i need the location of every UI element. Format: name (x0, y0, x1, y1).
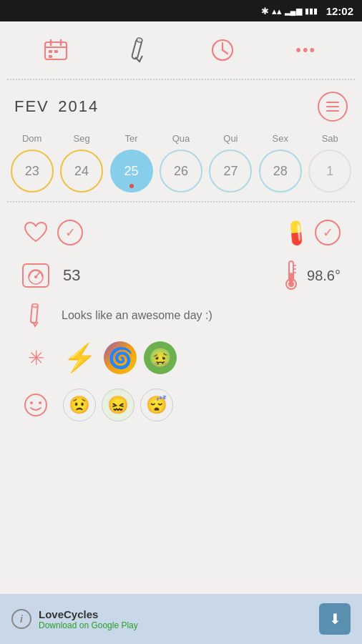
day-cell-28[interactable]: 28 (259, 150, 302, 192)
day-header-sex: Sex (259, 133, 302, 144)
menu-line-3 (326, 110, 339, 112)
scale-thermo-row: 53 98.6° (14, 254, 348, 297)
day-cell-25[interactable]: 25 (110, 150, 153, 192)
menu-line-1 (326, 102, 339, 103)
day-number: 24 (74, 164, 89, 179)
month-title: FEV 2014 (14, 97, 99, 116)
bluetooth-icon: ✱ (261, 6, 269, 16)
banner-store-text: Download on Google Play (39, 620, 138, 630)
wifi-icon: ▴▴ (272, 6, 282, 16)
status-time: 12:02 (326, 5, 353, 17)
svg-point-15 (34, 275, 37, 278)
banner-info-icon: i (11, 609, 31, 629)
download-button[interactable]: ⬇ (319, 603, 351, 635)
sick-face-icon[interactable]: 🤢 (144, 341, 177, 374)
day-number: 23 (25, 164, 39, 179)
note-row: Looks like an awesome day :) (14, 297, 348, 334)
banner-left: i LoveCycles Download on Google Play (11, 608, 138, 630)
top-nav: ••• (0, 21, 362, 79)
scale-content: 53 (57, 266, 283, 285)
day-header-seg: Seg (60, 133, 103, 144)
pill-icon: 💊 (280, 217, 312, 248)
menu-line-2 (326, 106, 339, 107)
heart-check-circle[interactable]: ✓ (57, 220, 83, 245)
day-cell-23[interactable]: 23 (11, 150, 54, 192)
heart-content: ✓ (57, 220, 285, 245)
calendar-row: 23 24 25 26 27 28 1 (0, 147, 362, 198)
scale-col (14, 261, 57, 290)
clock-nav-button[interactable] (205, 32, 240, 68)
svg-rect-5 (54, 50, 58, 53)
mood-face-sick[interactable]: 😖 (102, 389, 134, 421)
lightning-icon[interactable]: ⚡ (63, 344, 97, 371)
day-cell-24[interactable]: 24 (60, 150, 103, 192)
pencil-nav-button[interactable] (122, 32, 157, 68)
scale-icon (21, 261, 50, 290)
symptoms-row: ✳ ⚡ 🌀 🤢 (14, 334, 348, 381)
scale-value: 53 (63, 266, 80, 285)
snowflake-icon: ✳ (28, 346, 44, 370)
calendar-nav-button[interactable] (38, 32, 74, 68)
svg-rect-6 (49, 55, 52, 58)
bottom-banner: i LoveCycles Download on Google Play ⬇ (0, 594, 362, 644)
note-icon-col (14, 303, 57, 328)
day-cell-1[interactable]: 1 (308, 150, 351, 192)
svg-line-11 (222, 50, 228, 54)
note-pencil-icon (26, 303, 46, 328)
year-name: 2014 (58, 97, 99, 115)
mood-icons: 😟 😖 😴 (63, 389, 173, 421)
day-header-sab: Sab (308, 133, 351, 144)
download-icon: ⬇ (329, 610, 341, 628)
pill-check-right: 💊 ✓ (285, 220, 348, 245)
mood-col (14, 392, 57, 418)
signal-icon: ▂▄▆ (285, 6, 302, 16)
day-number: 25 (124, 164, 139, 179)
note-text: Looks like an awesome day :) (62, 309, 212, 322)
smiley-icon (23, 392, 49, 418)
pill-check-mark: ✓ (323, 225, 333, 240)
day-cell-27[interactable]: 27 (209, 150, 252, 192)
day-header-qui: Qui (209, 133, 252, 144)
heart-icon (23, 221, 49, 244)
svg-point-26 (30, 401, 33, 404)
battery-icon: ▮▮▮ (305, 6, 318, 16)
svg-rect-19 (290, 273, 293, 283)
content-section: ✓ 💊 ✓ 53 (0, 203, 362, 437)
more-icon: ••• (295, 41, 316, 59)
day-cell-26[interactable]: 26 (160, 150, 202, 192)
day-header-qua: Qua (160, 133, 202, 144)
day-dot (129, 184, 134, 188)
mood-face-worried[interactable]: 😟 (63, 389, 96, 421)
svg-point-8 (136, 37, 142, 43)
calendar-icon (43, 37, 69, 63)
banner-app-name: LoveCycles (39, 608, 138, 620)
month-header: FEV 2014 (0, 80, 362, 127)
mood-row: 😟 😖 😴 (14, 381, 348, 429)
symptoms-col: ✳ (14, 346, 57, 370)
status-icons: ✱ ▴▴ ▂▄▆ ▮▮▮ (261, 6, 318, 16)
heart-col (14, 221, 57, 244)
day-number: 1 (326, 164, 333, 179)
days-header: Dom Seg Ter Qua Qui Sex Sab (0, 127, 362, 147)
heart-check-mark: ✓ (65, 225, 76, 240)
spiral-icon[interactable]: 🌀 (104, 341, 137, 374)
symptom-icons: ⚡ 🌀 🤢 (63, 341, 177, 374)
svg-point-24 (32, 303, 38, 308)
note-content[interactable]: Looks like an awesome day :) (57, 309, 348, 322)
menu-button[interactable] (318, 92, 348, 122)
temperature-value: 98.6° (307, 268, 341, 284)
mood-face-sleepy[interactable]: 😴 (140, 389, 173, 421)
status-bar: ✱ ▴▴ ▂▄▆ ▮▮▮ 12:02 (0, 0, 362, 21)
day-number: 27 (223, 164, 238, 179)
svg-point-27 (39, 401, 41, 404)
thermometer-icon (283, 260, 300, 291)
clock-icon (210, 37, 235, 63)
pill-check-circle[interactable]: ✓ (315, 220, 341, 245)
day-number: 26 (174, 164, 188, 179)
pencil-icon (129, 37, 150, 63)
heart-pill-row: ✓ 💊 ✓ (14, 211, 348, 254)
banner-text: LoveCycles Download on Google Play (39, 608, 138, 630)
svg-rect-4 (49, 50, 52, 53)
more-nav-button[interactable]: ••• (288, 32, 324, 68)
thermo-right: 98.6° (283, 260, 348, 291)
